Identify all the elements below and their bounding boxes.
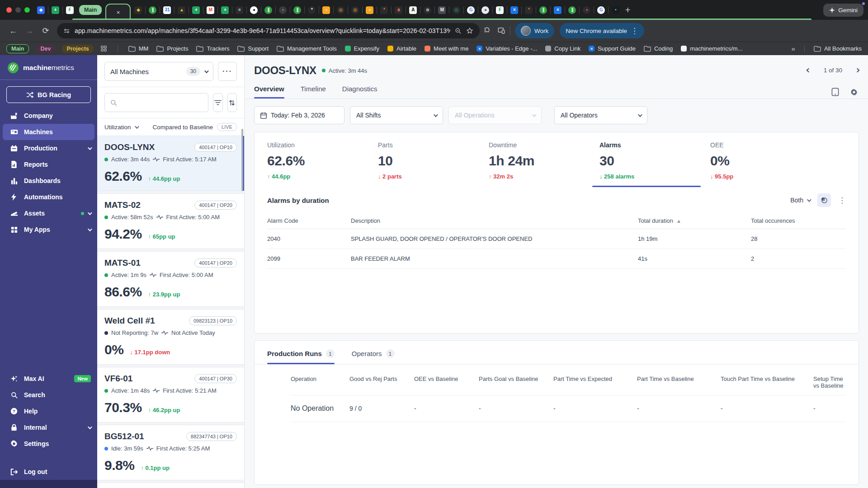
favicon-m-square[interactable]: M — [438, 6, 453, 14]
previous-machine-button[interactable] — [806, 68, 811, 73]
machine-search-box[interactable] — [104, 93, 208, 112]
kpi-alarms[interactable]: Alarms 30 ↓ 258 alarms — [599, 141, 710, 180]
machine-card[interactable]: MATS-01400147 | OP20 Active: 1m 9sFirst … — [97, 252, 244, 306]
tab-group-chip-dev[interactable]: Dev — [36, 45, 55, 53]
machine-card[interactable]: VF6-01400147 | OP30 Active: 1m 48sFirst … — [97, 367, 244, 422]
col-total-occurrences[interactable]: Total occurences — [751, 217, 846, 224]
favicon-starburst[interactable]: * — [380, 6, 395, 14]
favicon-sheets[interactable]: + — [192, 6, 207, 14]
favicon-yellow-ring[interactable]: ◎ — [337, 6, 351, 14]
favicon-google[interactable]: G — [597, 6, 612, 14]
tab-operators[interactable]: Operators 1 — [352, 349, 395, 364]
sidebar-item-automations[interactable]: Automations — [0, 189, 97, 205]
tablet-icon[interactable] — [831, 88, 839, 96]
gemini-button[interactable]: Gemini — [823, 4, 863, 17]
bookmark-star-icon[interactable] — [466, 27, 473, 34]
shifts-filter[interactable]: All Shifts — [350, 106, 443, 124]
alarm-row[interactable]: 2040 SPLASH GUARD, DOOR OPENED / OPERATO… — [267, 229, 846, 249]
favicon-green-ring[interactable]: ◎ — [453, 6, 467, 14]
favicon-machinemetrics[interactable]: ∥ — [149, 6, 163, 14]
window-controls[interactable] — [6, 7, 30, 13]
machine-card[interactable]: BG512-01882347743 | OP10 Idle: 3m 59sFir… — [97, 425, 244, 480]
next-machine-button[interactable] — [855, 68, 860, 73]
minimize-window-button[interactable] — [15, 7, 21, 13]
chart-toggle-button[interactable] — [817, 193, 831, 207]
sidebar-item-help[interactable]: ? Help — [0, 403, 97, 419]
machine-search-input[interactable] — [121, 99, 203, 106]
favicon-machinemetrics[interactable]: ∥ — [539, 6, 554, 14]
bookmark-support[interactable]: Support — [237, 45, 269, 52]
bookmarks-overflow-button[interactable]: » — [792, 45, 795, 52]
alarms-mode-select[interactable]: Both — [790, 197, 810, 204]
active-tab[interactable]: × — [105, 4, 131, 20]
favicon-cube[interactable]: ◆ — [134, 6, 149, 14]
back-button[interactable]: ← — [5, 23, 21, 38]
tab-overview[interactable]: Overview — [254, 85, 284, 99]
favicon-starburst[interactable]: * — [525, 6, 539, 14]
kpi-downtime[interactable]: Downtime 1h 24m ↑ 32m 2s — [489, 141, 599, 180]
alarm-row[interactable]: 2099 BAR FEEDER ALARM 41s 2 — [267, 249, 846, 269]
bookmark-meet-with-me[interactable]: Meet with me — [425, 45, 468, 52]
kpi-oee[interactable]: OEE 0% ↓ 95.5pp — [710, 141, 821, 180]
machine-list-more-button[interactable]: ··· — [218, 62, 237, 81]
machine-group-select[interactable]: All Machines 30 — [104, 62, 213, 81]
url-bar[interactable]: app.machinemetrics.com/app/machines/3f54… — [57, 23, 480, 38]
close-window-button[interactable] — [6, 7, 12, 13]
tab-group-chip-main[interactable]: Main — [6, 44, 29, 53]
favicon-machinemetrics[interactable]: ∥ — [264, 6, 279, 14]
bookmark-support-guide[interactable]: ×Support Guide — [589, 45, 636, 52]
col-alarm-code[interactable]: Alarm Code — [267, 217, 351, 224]
sort-button[interactable] — [227, 93, 237, 112]
tab-group-label[interactable]: Main — [79, 5, 102, 15]
favicon-black-cyan[interactable]: • — [612, 6, 619, 14]
favicon-yellow-square[interactable]: ▪ — [322, 6, 337, 14]
tab-timeline[interactable]: Timeline — [301, 85, 326, 99]
favicon-globe[interactable]: ⊕ — [424, 6, 438, 14]
date-filter[interactable]: Today: Feb 3, 2026 — [254, 106, 344, 124]
bookmark-trackers[interactable]: Trackers — [196, 45, 229, 52]
bookmark-management-tools[interactable]: Management Tools — [277, 45, 337, 52]
settings-gear-icon[interactable] — [850, 88, 858, 96]
new-tab-button[interactable]: + — [625, 5, 630, 15]
bookmark-projects[interactable]: Projects — [156, 45, 188, 52]
bookmark-copy-link[interactable]: Copy Link — [545, 45, 580, 52]
favicon-maroon-swirl[interactable]: ● — [583, 6, 597, 14]
favicon-yellow-square[interactable]: ▪ — [366, 6, 380, 14]
metric-select[interactable]: Utilization — [104, 124, 131, 131]
filter-button[interactable] — [213, 93, 223, 112]
bookmark-expensify[interactable]: Expensify — [345, 45, 379, 52]
favicon-machinemetrics[interactable]: ∥ — [568, 6, 583, 14]
chrome-update-button[interactable]: New Chrome available ⋮ — [560, 23, 644, 38]
favicon-openai[interactable]: * — [308, 6, 322, 14]
bookmark-mm[interactable]: MM — [128, 45, 149, 52]
favicon-layers[interactable]: ≡ — [236, 6, 250, 14]
favicon-blue-x[interactable]: × — [554, 6, 568, 14]
favicon-drive[interactable]: ▲ — [178, 6, 192, 14]
bookmark-machinemetrics-m-[interactable]: machinemetrics/m... — [681, 45, 742, 52]
extensions-icon[interactable] — [483, 27, 491, 35]
logout-button[interactable]: Log out — [0, 464, 97, 480]
favicon-github[interactable]: ● — [250, 6, 264, 14]
sidebar-item-assets[interactable]: Assets — [0, 205, 97, 221]
apps-grid-icon[interactable] — [100, 45, 107, 52]
close-tab-icon[interactable]: × — [117, 9, 120, 16]
send-to-devices-icon[interactable] — [497, 27, 505, 35]
operators-filter[interactable]: All Operators — [554, 106, 647, 124]
sidebar-item-dashboards[interactable]: Dashboards — [0, 173, 97, 189]
zoom-window-button[interactable] — [24, 7, 30, 13]
sidebar-item-company[interactable]: Company — [0, 108, 97, 124]
machine-card[interactable]: MATS-02400147 | OP20 Active: 58m 52sFirs… — [97, 194, 244, 249]
browser-menu-icon[interactable]: ⋮ — [631, 26, 638, 36]
chevron-down-icon[interactable] — [134, 124, 139, 129]
alarms-menu-button[interactable]: ⋮ — [838, 196, 846, 205]
kpi-utilization[interactable]: Utilization 62.6% ↑ 44.6pp — [267, 141, 378, 180]
zoom-icon[interactable] — [455, 28, 462, 34]
production-row[interactable]: No Operation 9 / 0 - - - - - - — [291, 395, 846, 422]
favicon-github-dim[interactable]: ● — [279, 6, 293, 14]
favicon-yellow-ring[interactable]: ◎ — [351, 6, 366, 14]
favicon-google[interactable]: G — [467, 6, 481, 14]
sidebar-item-reports[interactable]: Reports — [0, 156, 97, 173]
favicon-float-doc[interactable]: F — [66, 6, 74, 14]
operations-filter[interactable]: All Operations — [448, 106, 542, 124]
all-bookmarks-button[interactable]: All Bookmarks — [814, 45, 862, 52]
